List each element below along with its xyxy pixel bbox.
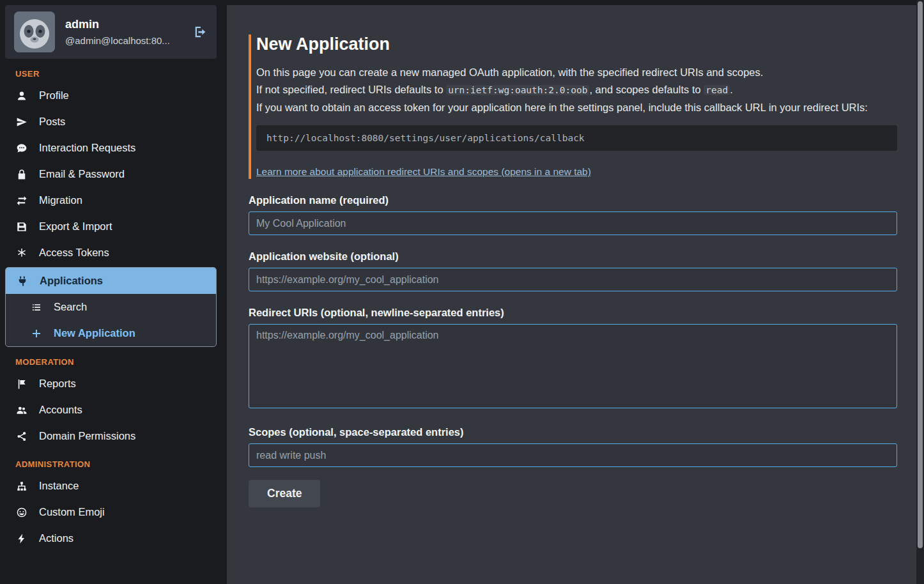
create-button[interactable]: Create xyxy=(249,480,320,507)
sidebar-item-new-application[interactable]: New Application xyxy=(6,320,216,346)
intro-block: New Application On this page you can cre… xyxy=(249,35,897,179)
intro-line-3: If you want to obtain an access token fo… xyxy=(256,100,897,116)
sidebar-item-label: Interaction Requests xyxy=(39,142,135,154)
application-name-input[interactable] xyxy=(249,211,897,235)
application-website-input[interactable] xyxy=(249,268,897,291)
list-icon xyxy=(30,302,43,313)
sidebar-item-label: Accounts xyxy=(39,404,82,416)
page-title: New Application xyxy=(256,35,897,54)
sidebar-item-label: Export & Import xyxy=(39,220,112,233)
sidebar-item-label: Domain Permissions xyxy=(39,430,135,442)
applications-group: Applications Search New Application xyxy=(5,267,217,347)
asterisk-icon xyxy=(15,247,28,259)
scrollbar-track[interactable] xyxy=(916,0,924,584)
flag-icon xyxy=(15,378,28,390)
intro-line-1: On this page you can create a new manage… xyxy=(256,65,897,81)
application-name-label: Application name (required) xyxy=(249,194,897,206)
user-meta: admin @admin@localhost:80... xyxy=(65,18,170,46)
users-icon xyxy=(15,404,28,416)
lock-icon xyxy=(15,169,28,180)
redirect-uris-textarea[interactable] xyxy=(249,324,897,408)
sidebar-item-interaction-requests[interactable]: Interaction Requests xyxy=(5,135,217,161)
plug-icon xyxy=(16,275,29,287)
settings-page: admin @admin@localhost:80... USER Profil… xyxy=(0,0,924,584)
user-handle: @admin@localhost:80... xyxy=(65,35,170,46)
redirect-uris-label: Redirect URIs (optional, newline-separat… xyxy=(249,307,897,319)
sidebar-item-domain-permissions[interactable]: Domain Permissions xyxy=(5,423,217,449)
section-title-moderation: MODERATION xyxy=(15,357,217,367)
applications-submenu: Search New Application xyxy=(6,294,216,346)
sidebar-item-label: Posts xyxy=(39,116,65,128)
sidebar: admin @admin@localhost:80... USER Profil… xyxy=(0,0,222,584)
inline-code-read: read xyxy=(704,85,730,95)
sidebar-item-label: Actions xyxy=(39,532,73,544)
learn-more-link[interactable]: Learn more about application redirect UR… xyxy=(256,166,591,178)
sidebar-item-actions[interactable]: Actions xyxy=(5,525,217,551)
sidebar-item-label: Custom Emoji xyxy=(39,506,105,518)
user-name: admin xyxy=(65,18,170,31)
sidebar-item-label: Access Tokens xyxy=(39,247,109,259)
callback-url-code-block: http://localhost:8080/settings/user/appl… xyxy=(256,125,897,151)
floppy-icon xyxy=(15,221,28,233)
sidebar-item-applications-search[interactable]: Search xyxy=(6,294,216,320)
new-application-form: Application name (required) Application … xyxy=(249,194,897,507)
bolt-icon xyxy=(15,533,28,544)
sitemap-icon xyxy=(15,480,28,492)
sidebar-item-custom-emoji[interactable]: Custom Emoji xyxy=(5,499,217,525)
user-icon xyxy=(15,90,28,102)
sidebar-item-access-tokens[interactable]: Access Tokens xyxy=(5,240,217,266)
application-website-label: Application website (optional) xyxy=(249,250,897,263)
inline-code-oob: urn:ietf:wg:oauth:2.0:oob xyxy=(446,85,589,95)
sidebar-item-label: Instance xyxy=(39,480,79,492)
sidebar-item-migration[interactable]: Migration xyxy=(5,187,217,213)
sidebar-item-accounts[interactable]: Accounts xyxy=(5,397,217,423)
sidebar-item-email-password[interactable]: Email & Password xyxy=(5,161,217,187)
scopes-label: Scopes (optional, space-separated entrie… xyxy=(249,426,897,438)
sidebar-item-export-import[interactable]: Export & Import xyxy=(5,213,217,240)
sidebar-item-label: Applications xyxy=(40,275,103,287)
sidebar-item-reports[interactable]: Reports xyxy=(5,371,217,397)
intro-line-2: If not specified, redirect URIs defaults… xyxy=(256,82,897,98)
sidebar-item-label: Profile xyxy=(39,89,69,102)
avatar xyxy=(14,12,55,52)
comment-icon xyxy=(15,142,28,154)
exchange-icon xyxy=(15,195,28,206)
main-content: New Application On this page you can cre… xyxy=(227,5,916,584)
scrollbar-thumb[interactable] xyxy=(918,1,923,548)
sidebar-item-label: Search xyxy=(54,301,87,313)
sidebar-item-applications[interactable]: Applications xyxy=(6,268,216,294)
sidebar-item-label: Migration xyxy=(39,194,82,206)
sidebar-item-profile[interactable]: Profile xyxy=(5,82,217,109)
smiley-icon xyxy=(15,507,28,518)
sidebar-item-label: Email & Password xyxy=(39,168,125,180)
share-nodes-icon xyxy=(15,431,28,442)
plus-icon xyxy=(30,328,43,339)
sidebar-item-label: Reports xyxy=(39,378,76,390)
sign-out-icon[interactable] xyxy=(194,25,208,39)
paper-plane-icon xyxy=(15,116,28,128)
section-title-administration: ADMINISTRATION xyxy=(15,459,217,469)
section-title-user: USER xyxy=(15,69,217,79)
sidebar-item-instance[interactable]: Instance xyxy=(5,473,217,499)
sidebar-item-posts[interactable]: Posts xyxy=(5,109,217,135)
sidebar-item-label: New Application xyxy=(54,327,135,339)
user-card[interactable]: admin @admin@localhost:80... xyxy=(5,5,217,59)
scopes-input[interactable] xyxy=(249,443,897,467)
